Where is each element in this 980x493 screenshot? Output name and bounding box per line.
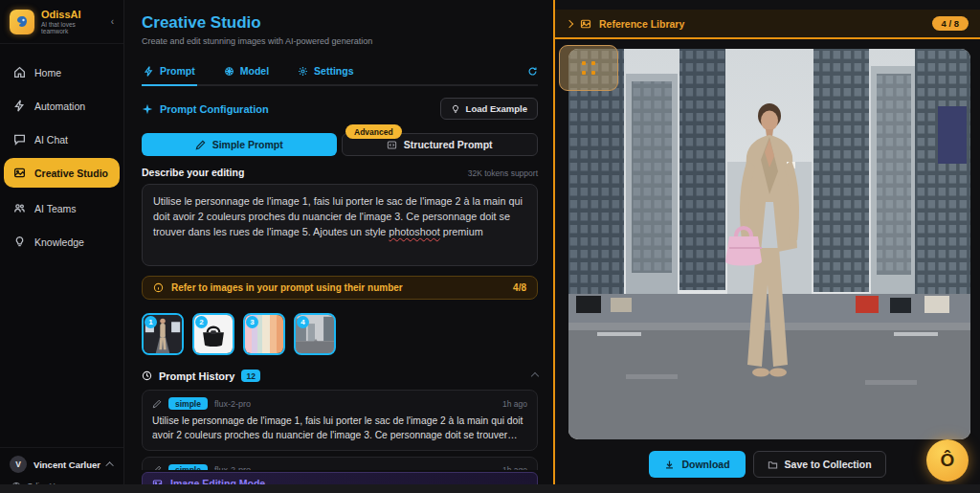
sidebar-item-label: AI Teams	[34, 203, 77, 214]
sidebar-item-home[interactable]: Home	[0, 57, 123, 87]
prompt-history-list: simple flux-2-pro 1h ago Utilise le pers…	[142, 390, 538, 470]
pencil-icon	[152, 399, 162, 409]
thumbnail-runway[interactable]: 1	[142, 313, 184, 355]
reference-actions: Download Save to Collection	[555, 451, 980, 478]
history-model: flux-2-pro	[214, 465, 251, 470]
bottom-strip	[0, 484, 980, 493]
reference-image-stage	[568, 49, 969, 439]
sidebar-item-automation[interactable]: Automation	[0, 91, 123, 121]
tokens-support-label: 32K tokens support	[468, 168, 538, 178]
thumbnail-number-badge: 4	[297, 316, 309, 328]
tab-label: Prompt	[160, 65, 195, 77]
structured-prompt-label: Structured Prompt	[404, 139, 493, 150]
download-button[interactable]: Download	[649, 451, 745, 478]
image-icon	[13, 167, 26, 179]
chevron-right-icon	[566, 19, 573, 27]
sidebar-item-label: Home	[34, 67, 61, 78]
app-tagline: AI that loves teamwork	[41, 21, 102, 34]
tab-label: Model	[240, 65, 269, 77]
sidebar-item-label: Automation	[34, 101, 85, 112]
prompt-mode-toggle: Advanced Simple Prompt Structured Prompt	[142, 133, 538, 156]
sidebar-item-ai-teams[interactable]: AI Teams	[0, 193, 123, 223]
app-window: OdissAI AI that loves teamwork ‹ Home Au…	[0, 0, 980, 493]
simple-prompt-button[interactable]: Simple Prompt	[142, 133, 337, 156]
sidebar: OdissAI AI that loves teamwork ‹ Home Au…	[0, 0, 124, 493]
info-banner-text: Refer to images in your prompt using the…	[171, 282, 403, 293]
thumbnail-color-palette[interactable]: 3	[243, 313, 285, 355]
reference-library-header[interactable]: Reference Library 4 / 8	[555, 10, 980, 39]
user-name: Vincent Carluer	[33, 459, 100, 470]
thumbnail-number-badge: 2	[195, 316, 208, 328]
home-icon	[13, 66, 26, 78]
reference-thumbnails: 1 2 3 4	[142, 313, 538, 355]
thumbnail-handbag[interactable]: 2	[192, 313, 234, 355]
simple-prompt-label: Simple Prompt	[212, 139, 283, 150]
history-model: flux-2-pro	[214, 399, 251, 409]
tab-prompt[interactable]: Prompt	[142, 59, 197, 86]
bolt-icon	[144, 66, 154, 77]
describe-label: Describe your editing	[142, 167, 244, 178]
advanced-badge: Advanced	[345, 124, 402, 139]
history-time: 1h ago	[502, 399, 527, 409]
drag-handle[interactable]	[559, 45, 618, 91]
logo-text-block: OdissAI AI that loves teamwork	[41, 9, 102, 34]
tab-settings[interactable]: Settings	[296, 59, 355, 84]
users-icon	[13, 202, 26, 214]
app-logo	[10, 10, 34, 34]
code-brackets-icon	[387, 140, 397, 150]
history-item[interactable]: simple flux-2-pro 1h ago Utilise le pers…	[142, 390, 538, 451]
load-example-label: Load Example	[466, 103, 527, 114]
user-menu[interactable]: V Vincent Carluer	[10, 456, 114, 473]
history-item-meta: simple flux-2-pro 1h ago	[152, 464, 527, 470]
clock-icon	[142, 370, 152, 381]
city-fashion-scene	[568, 49, 970, 439]
bulb-icon	[13, 235, 26, 248]
page-subtitle: Create and edit stunning images with AI-…	[142, 36, 538, 46]
prompt-history-header[interactable]: Prompt History 12	[142, 370, 538, 382]
sidebar-item-knowledge[interactable]: Knowledge	[0, 227, 123, 257]
sidebar-item-label: Knowledge	[34, 236, 84, 248]
tab-model[interactable]: Model	[222, 59, 271, 84]
history-type-badge: simple	[168, 397, 208, 410]
folder-icon	[768, 459, 778, 470]
sidebar-nav: Home Automation AI Chat Creative Studio …	[0, 44, 123, 447]
sidebar-collapse-icon[interactable]: ‹	[109, 14, 116, 29]
generated-image-preview[interactable]	[568, 49, 970, 439]
lightbulb-icon	[451, 104, 460, 114]
avatar: V	[10, 456, 27, 473]
sidebar-item-ai-chat[interactable]: AI Chat	[0, 124, 123, 154]
reference-library-panel: Reference Library 4 / 8	[553, 0, 980, 493]
assistant-fab-button[interactable]: Ô	[926, 439, 969, 482]
drag-dots-icon	[582, 61, 595, 75]
history-item[interactable]: simple flux-2-pro 1h ago	[142, 457, 538, 470]
download-label: Download	[681, 459, 729, 470]
cpu-icon	[224, 66, 234, 77]
chevron-up-icon	[105, 461, 113, 469]
history-time: 1h ago	[502, 465, 527, 470]
pencil-icon	[152, 465, 162, 470]
info-banner: Refer to images in your prompt using the…	[142, 276, 538, 300]
prompt-text: premium	[440, 226, 483, 237]
bolt-icon	[13, 100, 26, 112]
section-title: Prompt Configuration	[142, 103, 269, 115]
prompt-history-title: Prompt History	[159, 370, 234, 382]
tab-bar: Prompt Model Settings	[142, 59, 538, 86]
thumbnail-street[interactable]: 4	[294, 313, 336, 355]
image-icon	[580, 18, 591, 30]
describe-row: Describe your editing 32K tokens support	[142, 167, 538, 178]
history-type-badge: simple	[168, 464, 208, 470]
refresh-icon[interactable]	[527, 63, 538, 80]
reference-count-badge: 4 / 8	[932, 16, 969, 31]
load-example-button[interactable]: Load Example	[440, 98, 538, 120]
sparkle-icon	[142, 103, 153, 115]
prompt-textarea[interactable]: Utilise le personnage de l'image 1, fais…	[142, 184, 538, 266]
sidebar-item-label: Creative Studio	[34, 168, 108, 179]
chat-icon	[13, 133, 26, 146]
thumbnail-number-badge: 1	[145, 316, 157, 328]
sidebar-item-label: AI Chat	[34, 134, 68, 146]
config-row: Prompt Configuration Load Example	[142, 98, 538, 120]
sidebar-item-creative-studio[interactable]: Creative Studio	[4, 158, 120, 188]
save-to-collection-button[interactable]: Save to Collection	[753, 451, 886, 478]
info-icon	[153, 282, 164, 293]
logo-row: OdissAI AI that loves teamwork ‹	[0, 0, 123, 44]
